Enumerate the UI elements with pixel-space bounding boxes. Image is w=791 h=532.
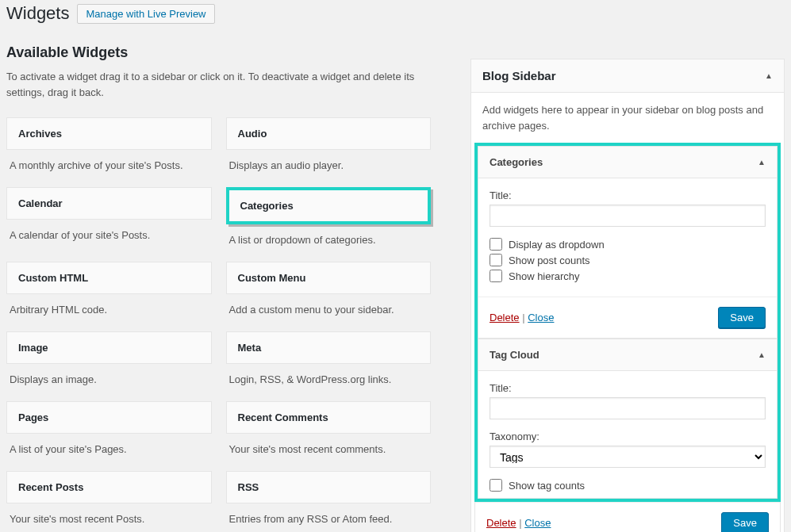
close-link[interactable]: Close bbox=[528, 312, 554, 323]
available-widget-custom-menu[interactable]: Custom Menu bbox=[226, 262, 432, 294]
available-widget-meta[interactable]: Meta bbox=[226, 331, 432, 364]
widget-description: A list of your site's Pages. bbox=[6, 434, 212, 455]
widget-description: Displays an image. bbox=[6, 364, 212, 385]
checkbox-label: Show hierarchy bbox=[509, 270, 580, 282]
available-widget-archives[interactable]: Archives bbox=[6, 117, 212, 150]
available-widget-categories[interactable]: Categories bbox=[226, 187, 432, 224]
caret-up-icon bbox=[758, 158, 766, 166]
taxonomy-label: Taxonomy: bbox=[490, 431, 766, 442]
widget-description: Entries from any RSS or Atom feed. bbox=[226, 503, 432, 525]
widget-description: A monthly archive of your site's Posts. bbox=[6, 150, 212, 171]
widget-description: Your site's most recent comments. bbox=[226, 434, 432, 455]
delete-link[interactable]: Delete bbox=[486, 517, 516, 529]
checkbox-label: Display as dropdown bbox=[509, 239, 605, 251]
save-button[interactable]: Save bbox=[718, 307, 766, 328]
checkbox-label: Show post counts bbox=[509, 255, 590, 266]
categories-title-input[interactable] bbox=[490, 205, 766, 227]
sidebar-area-header[interactable]: Blog Sidebar bbox=[471, 59, 784, 93]
sidebar-area-title: Blog Sidebar bbox=[482, 69, 556, 82]
tagcloud-title-input[interactable] bbox=[490, 397, 766, 419]
checkbox-label: Show tag counts bbox=[509, 480, 585, 492]
manage-live-preview-button[interactable]: Manage with Live Preview bbox=[77, 4, 214, 24]
available-widget-recent-posts[interactable]: Recent Posts bbox=[6, 471, 212, 503]
available-widget-rss[interactable]: RSS bbox=[226, 471, 432, 503]
widget-description: Add a custom menu to your sidebar. bbox=[226, 294, 432, 316]
available-widget-calendar[interactable]: Calendar bbox=[6, 187, 212, 220]
widget-instance-categories-header[interactable]: Categories bbox=[478, 147, 777, 178]
available-widgets-description: To activate a widget drag it to a sideba… bbox=[6, 69, 431, 100]
close-link[interactable]: Close bbox=[524, 517, 551, 529]
widget-description: Displays an audio player. bbox=[226, 150, 432, 171]
available-widget-recent-comments[interactable]: Recent Comments bbox=[226, 401, 432, 434]
title-label: Title: bbox=[490, 382, 766, 394]
widget-description: Arbitrary HTML code. bbox=[6, 294, 212, 316]
available-widget-pages[interactable]: Pages bbox=[6, 401, 212, 434]
widget-description: Your site's most recent Posts. bbox=[6, 503, 212, 525]
caret-up-icon bbox=[758, 350, 766, 359]
widget-description: A list or dropdown of categories. bbox=[226, 224, 432, 246]
widget-description: Login, RSS, & WordPress.org links. bbox=[226, 364, 432, 385]
widget-instance-title: Tag Cloud bbox=[490, 349, 539, 361]
save-button[interactable]: Save bbox=[721, 512, 769, 532]
caret-up-icon bbox=[765, 71, 773, 80]
sidebar-area-description: Add widgets here to appear in your sideb… bbox=[471, 93, 784, 143]
show-hierarchy-checkbox[interactable] bbox=[490, 270, 502, 282]
display-as-dropdown-checkbox[interactable] bbox=[490, 238, 502, 251]
widget-instance-tagcloud-header[interactable]: Tag Cloud bbox=[478, 339, 777, 371]
title-label: Title: bbox=[490, 189, 766, 201]
taxonomy-select[interactable]: Tags bbox=[490, 446, 766, 468]
show-post-counts-checkbox[interactable] bbox=[490, 254, 502, 266]
delete-link[interactable]: Delete bbox=[490, 312, 520, 323]
show-tag-counts-checkbox[interactable] bbox=[490, 479, 502, 492]
available-widget-audio[interactable]: Audio bbox=[226, 117, 432, 150]
available-widget-custom-html[interactable]: Custom HTML bbox=[6, 262, 212, 294]
widget-description: A calendar of your site's Posts. bbox=[6, 220, 212, 241]
widget-instance-title: Categories bbox=[490, 156, 543, 168]
available-widgets-heading: Available Widgets bbox=[6, 44, 431, 61]
available-widget-image[interactable]: Image bbox=[6, 331, 212, 364]
page-title: Widgets bbox=[6, 3, 69, 24]
